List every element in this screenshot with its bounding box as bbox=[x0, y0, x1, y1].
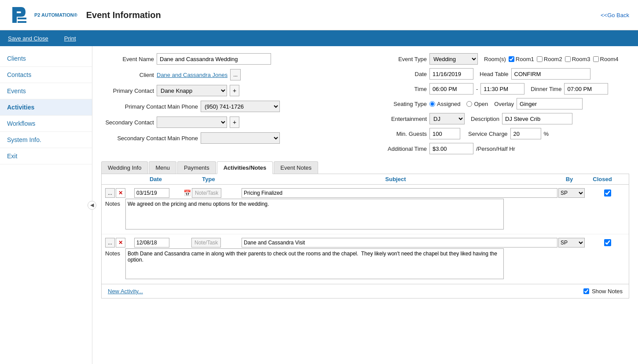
secondary-contact-select[interactable] bbox=[157, 116, 227, 128]
row1-type-button[interactable]: Note/Task bbox=[192, 188, 221, 198]
row1-type-area: 📅 Note/Task bbox=[183, 188, 241, 198]
time-separator: - bbox=[476, 86, 478, 92]
tabs-bar: Wedding InfoMenuPaymentsActivities/Notes… bbox=[101, 161, 629, 174]
logo-text: P2 AUTOMATION® bbox=[34, 12, 77, 18]
head-table-input[interactable] bbox=[511, 68, 590, 80]
rooms-label: Room(s) bbox=[484, 56, 506, 62]
secondary-contact-add-button[interactable]: + bbox=[230, 116, 239, 128]
event-name-input[interactable] bbox=[157, 53, 271, 65]
tab-event-notes[interactable]: Event Notes bbox=[274, 161, 318, 174]
row2-closed-checkbox[interactable] bbox=[604, 239, 611, 246]
row2-type-button[interactable]: Note/Task bbox=[191, 238, 221, 248]
overlay-input[interactable] bbox=[517, 98, 583, 109]
row1-closed-checkbox[interactable] bbox=[604, 189, 611, 197]
room1-check[interactable]: Room1 bbox=[509, 56, 534, 62]
additional-time-input[interactable] bbox=[429, 143, 473, 154]
tab-payments[interactable]: Payments bbox=[177, 161, 216, 174]
min-guests-input[interactable] bbox=[429, 128, 460, 139]
event-type-label: Event Type bbox=[374, 56, 427, 62]
row2-delete-button[interactable]: ✕ bbox=[116, 238, 125, 248]
sidebar-item-clients[interactable]: Clients bbox=[0, 51, 92, 67]
seating-assigned-radio[interactable]: Assigned bbox=[429, 101, 460, 107]
logo-area: P2 AUTOMATION® bbox=[9, 4, 77, 26]
sidebar-item-workflows[interactable]: Workflows bbox=[0, 116, 92, 132]
seating-open-radio[interactable]: Open bbox=[466, 101, 488, 107]
sidebar-toggle[interactable]: ◀ bbox=[88, 201, 96, 210]
client-dots-button[interactable]: ... bbox=[230, 69, 241, 80]
tab-menu[interactable]: Menu bbox=[149, 161, 176, 174]
head-table-label: Head Table bbox=[480, 71, 509, 77]
additional-time-label: Additional Time bbox=[374, 146, 427, 152]
row2-notes-textarea[interactable]: Both Dane and Cassandra came in along wi… bbox=[125, 248, 504, 279]
print-button[interactable]: Print bbox=[61, 33, 80, 44]
row2-notes-label: Notes bbox=[105, 248, 123, 257]
primary-phone-label: Primary Contact Main Phone bbox=[101, 103, 198, 110]
sidebar-item-events[interactable]: Events bbox=[0, 83, 92, 99]
row1-closed-cell bbox=[590, 189, 625, 197]
primary-phone-select[interactable]: (950) 741-1726 bbox=[201, 101, 280, 112]
description-label: Description bbox=[471, 116, 499, 122]
row2-date-input[interactable] bbox=[134, 238, 169, 248]
go-back-link[interactable]: <<Go Back bbox=[601, 12, 629, 18]
client-label: Client bbox=[101, 72, 154, 78]
row1-dots-button[interactable]: ... bbox=[105, 188, 115, 198]
secondary-contact-label: Secondary Contact bbox=[101, 119, 154, 126]
sidebar-item-system-info.[interactable]: System Info. bbox=[0, 132, 92, 148]
toolbar: Save and Close Print bbox=[0, 30, 638, 46]
col-header-closed: Closed bbox=[585, 176, 620, 182]
room2-check[interactable]: Room2 bbox=[537, 56, 562, 62]
seating-type-label: Seating Type bbox=[374, 101, 427, 107]
client-link[interactable]: Dane and Cassandra Jones bbox=[157, 72, 227, 78]
service-charge-label: Service Charge bbox=[468, 131, 508, 137]
rooms-checkboxes: Room1 Room2 Room3 Room4 bbox=[509, 56, 619, 62]
date-input[interactable] bbox=[429, 68, 473, 80]
show-notes-label: Show Notes bbox=[592, 288, 623, 295]
row2-dots-button[interactable]: ... bbox=[105, 238, 115, 248]
row1-delete-button[interactable]: ✕ bbox=[116, 188, 125, 198]
new-activity-link[interactable]: New Activity... bbox=[108, 288, 143, 295]
room4-check[interactable]: Room4 bbox=[593, 56, 619, 62]
sidebar: ◀ ClientsContactsEventsActivitiesWorkflo… bbox=[0, 46, 92, 364]
col-header-scroll bbox=[620, 176, 627, 182]
save-close-button[interactable]: Save and Close bbox=[4, 33, 52, 44]
tab-activities-notes[interactable]: Activities/Notes bbox=[217, 161, 273, 174]
row1-calendar-icon[interactable]: 📅 bbox=[183, 189, 191, 197]
secondary-phone-label: Secondary Contact Main Phone bbox=[101, 135, 198, 142]
main-content: Event Name Client Dane and Cassandra Jon… bbox=[92, 46, 638, 364]
row1-subject-input[interactable] bbox=[242, 188, 557, 198]
p2-logo-icon bbox=[9, 4, 32, 26]
row1-notes-textarea[interactable]: We agreed on the pricing and menu option… bbox=[125, 199, 504, 229]
table-row: ... ✕ 📅 Note/Task SP bbox=[102, 185, 629, 234]
row1-actions: ... ✕ bbox=[105, 188, 133, 198]
row1-date-input[interactable] bbox=[134, 188, 169, 198]
secondary-phone-select[interactable] bbox=[201, 132, 280, 144]
dinner-time-input[interactable] bbox=[564, 83, 608, 95]
sidebar-item-contacts[interactable]: Contacts bbox=[0, 67, 92, 83]
percent-sign: % bbox=[544, 131, 549, 137]
sidebar-item-activities[interactable]: Activities bbox=[0, 99, 92, 116]
min-guests-label: Min. Guests bbox=[374, 131, 427, 137]
entertainment-select[interactable]: DJ bbox=[429, 113, 465, 124]
primary-contact-add-button[interactable]: + bbox=[230, 85, 239, 96]
row2-subject-input[interactable] bbox=[242, 238, 557, 248]
col-header-type: Type bbox=[180, 176, 237, 182]
event-type-select[interactable]: Wedding bbox=[429, 53, 478, 65]
primary-contact-select[interactable]: Dane Knapp bbox=[157, 85, 227, 96]
show-notes-area: Show Notes bbox=[583, 288, 623, 295]
date-label: Date bbox=[374, 71, 427, 77]
additional-time-unit: /Person/Half Hr bbox=[476, 146, 515, 152]
show-notes-checkbox[interactable] bbox=[583, 288, 589, 294]
row2-by-select[interactable]: SP bbox=[558, 238, 585, 248]
col-header-date: Date bbox=[132, 176, 180, 182]
activities-rows: ... ✕ 📅 Note/Task SP bbox=[102, 185, 629, 284]
time-label: Time bbox=[374, 86, 427, 92]
description-input[interactable] bbox=[502, 113, 572, 124]
tab-wedding-info[interactable]: Wedding Info bbox=[101, 161, 148, 174]
sidebar-item-exit[interactable]: Exit bbox=[0, 148, 92, 164]
time-end-input[interactable] bbox=[480, 83, 524, 95]
activities-panel: Date Type Subject By Closed ... ✕ bbox=[101, 174, 629, 298]
row1-by-select[interactable]: SP bbox=[558, 188, 585, 198]
service-charge-input[interactable] bbox=[510, 128, 541, 139]
time-start-input[interactable] bbox=[429, 83, 473, 95]
room3-check[interactable]: Room3 bbox=[565, 56, 590, 62]
